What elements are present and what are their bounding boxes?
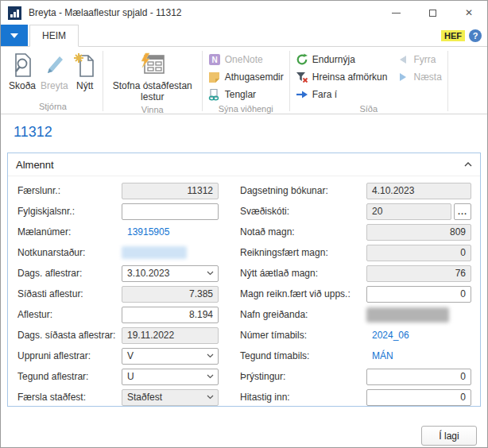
field-value: 0 — [460, 288, 466, 299]
page-title: 11312 — [14, 124, 52, 141]
attachment-buttons: N OneNote Athugasemdir Te — [206, 48, 286, 103]
field-row-sidasti-aflestur: Síðasti aflestur: 7.385 — [17, 284, 240, 304]
fasttab-body: Færslunr.: 11312 Fylgiskjalsnr.: Mælanúm… — [8, 176, 480, 407]
close-button[interactable]: ✕ — [451, 1, 487, 25]
refresh-label: Endurnýja — [312, 54, 355, 65]
field-row-aflestur: Aflestur: 8.194 — [17, 304, 240, 325]
triangle-left-icon — [397, 53, 409, 66]
field-row-faersla-stadfest: Færsla staðfest: Staðfest — [17, 387, 240, 407]
aflestur-field[interactable]: 8.194 — [122, 307, 219, 323]
field-row-tegund-aflestrar: Tegund aflestrar: U — [17, 366, 240, 387]
field-label: Notkunarstaður: — [17, 247, 122, 258]
chevron-down-icon — [207, 353, 214, 358]
nytt-aaetlad-magn-field: 76 — [366, 265, 471, 282]
fylgiskjalsnr-field[interactable] — [122, 203, 219, 220]
tab-heim[interactable]: HEIM — [29, 25, 79, 47]
maelanumer-link[interactable]: 13915905 — [122, 226, 169, 238]
chevron-up-icon — [464, 162, 472, 167]
application-menu-button[interactable] — [1, 25, 28, 46]
field-row-svaediskoti: Svæðiskóti: 20 ... — [240, 201, 480, 222]
go-to-label: Fara í — [312, 89, 337, 100]
notes-button[interactable]: Athugasemdir — [206, 68, 286, 86]
field-row-dags-sidasta: Dags. síðasta aflestrar: 19.11.2022 — [17, 325, 240, 346]
thrystingur-field[interactable]: 0 — [366, 369, 471, 385]
journal-lightning-icon — [139, 50, 166, 80]
field-label: Þrýstingur: — [240, 371, 366, 382]
field-label: Dagsetning bókunar: — [240, 185, 366, 196]
field-label: Uppruni aflestrar: — [17, 350, 122, 361]
field-label: Notað magn: — [240, 226, 366, 238]
svg-text:N: N — [211, 56, 217, 64]
app-window: Breyta - Mælaaflestur spjald - 11312 ✕ H… — [0, 0, 488, 448]
notkunarstadur-redacted-value — [122, 246, 187, 259]
fasttab-header[interactable]: Almennt — [8, 153, 480, 176]
onenote-button[interactable]: N OneNote — [206, 51, 286, 68]
ribbon-separator — [447, 51, 448, 111]
field-value: 4.10.2023 — [372, 185, 414, 196]
hitastig-inn-field[interactable]: 0 — [366, 389, 471, 406]
notad-magn-field: 809 — [366, 224, 471, 241]
field-label: Mælanúmer: — [17, 226, 122, 238]
ribbon-group-show-attached: N OneNote Athugasemdir Te — [203, 48, 289, 114]
manage-buttons: Skoða Breyta Nýtt — [6, 48, 99, 101]
tabrow-right: HEF ? — [441, 25, 487, 46]
field-row-dagsetning-bokunar: Dagsetning bókunar: 4.10.2023 — [240, 180, 480, 201]
field-label: Tegund tímabils: — [240, 350, 366, 361]
field-label: Aflestur: — [17, 309, 122, 320]
tegund-aflestrar-field[interactable]: U — [122, 369, 219, 385]
company-badge: HEF — [441, 30, 465, 41]
svaediskoti-assist-button[interactable]: ... — [454, 203, 471, 220]
numer-timabils-link[interactable]: 2024_06 — [366, 330, 409, 341]
minimize-button[interactable] — [378, 1, 414, 25]
field-row-dags-aflestrar: Dags. aflestrar: 3.10.2023 — [17, 263, 240, 284]
field-label: Hitastig inn: — [240, 392, 366, 403]
maximize-button[interactable] — [414, 1, 451, 25]
go-to-button[interactable]: Fara í — [293, 86, 390, 103]
field-label: Dags. aflestrar: — [17, 268, 122, 279]
chevron-down-icon — [10, 33, 18, 38]
page-button-column-2: Fyrra Næsta — [394, 48, 443, 86]
tegund-timabils-link[interactable]: MÁN — [366, 350, 393, 361]
faerslunr-field: 11312 — [122, 183, 219, 199]
edit-button[interactable]: Breyta — [38, 48, 71, 93]
dagsetning-bokunar-field: 4.10.2023 — [366, 183, 471, 199]
field-label: Nýtt áætlað magn: — [240, 268, 366, 279]
window-controls: ✕ — [378, 1, 487, 25]
window-title: Breyta - Mælaaflestur spjald - 11312 — [29, 7, 182, 18]
next-button[interactable]: Næsta — [394, 68, 443, 86]
ribbon-group-manage: Skoða Breyta Nýtt Stjórna — [4, 48, 102, 114]
field-row-nafn-greidanda: Nafn greiðanda: — [240, 304, 480, 325]
ribbon-tab-row: HEIM HEF ? — [1, 25, 487, 47]
field-value: 8.194 — [189, 309, 213, 320]
triangle-right-icon — [397, 71, 409, 83]
field-row-fylgiskjalsnr: Fylgiskjalsnr.: — [17, 201, 240, 222]
previous-button[interactable]: Fyrra — [394, 51, 443, 68]
field-value: 20 — [372, 206, 382, 217]
create-unconfirmed-reading-button[interactable]: Stofna óstaðfestan lestur — [107, 48, 199, 104]
magn-reikn-faert-field[interactable]: 0 — [366, 286, 471, 303]
field-value: U — [127, 371, 134, 382]
ribbon: Skoða Breyta Nýtt Stjórna — [1, 47, 487, 114]
new-button[interactable]: Nýtt — [71, 48, 99, 93]
clear-filter-button[interactable]: Hreinsa afmörkun — [293, 68, 390, 86]
refresh-icon — [296, 53, 308, 66]
ribbon-separator — [202, 51, 203, 111]
reikningsfaert-magn-field: 0 — [366, 245, 471, 261]
field-label: Númer tímabils: — [240, 330, 366, 341]
field-label: Reikningsfært magn: — [240, 247, 366, 258]
faersla-stadfest-field: Staðfest — [122, 389, 219, 406]
uppruni-aflestrar-field[interactable]: V — [122, 348, 219, 365]
field-value: 809 — [450, 226, 466, 238]
view-button[interactable]: Skoða — [6, 48, 38, 93]
field-label: Færslunr.: — [17, 185, 122, 196]
dags-aflestrar-field[interactable]: 3.10.2023 — [122, 265, 219, 282]
sticky-note-icon — [208, 71, 221, 83]
field-label: Nafn greiðanda: — [240, 309, 366, 320]
nafn-greidanda-redacted-value — [366, 307, 449, 322]
ok-button[interactable]: Í lagi — [421, 426, 477, 446]
links-button[interactable]: Tenglar — [206, 86, 286, 103]
refresh-button[interactable]: Endurnýja — [293, 51, 390, 68]
field-value: 7.385 — [189, 288, 213, 299]
field-row-numer-timabils: Númer tímabils: 2024_06 — [240, 325, 480, 346]
help-button[interactable]: ? — [469, 29, 482, 42]
